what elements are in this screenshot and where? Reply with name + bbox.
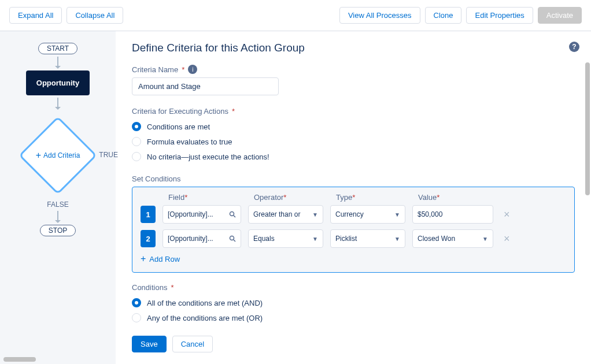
arrow-icon bbox=[57, 57, 58, 68]
criteria-diamond[interactable]: + Add Criteria TRUE bbox=[17, 115, 98, 196]
value-select[interactable]: Closed Won▼ bbox=[412, 229, 493, 248]
radio-no-criteria[interactable]: No criteria—just execute the actions! bbox=[132, 149, 575, 164]
criteria-name-input[interactable] bbox=[132, 77, 279, 95]
expand-all-button[interactable]: Expand All bbox=[9, 7, 62, 24]
toolbar: Expand All Collapse All View All Process… bbox=[0, 0, 591, 31]
conditions-box: Field* Operator* Type* Value* 1 [Opportu… bbox=[132, 187, 575, 273]
radio-conditions-met[interactable]: Conditions are met bbox=[132, 119, 575, 134]
value-input[interactable]: $50,000 bbox=[412, 205, 493, 224]
exec-criteria-label: Criteria for Executing Actions* bbox=[132, 107, 575, 116]
arrow-icon bbox=[57, 211, 58, 222]
help-icon[interactable]: ? bbox=[569, 42, 579, 52]
delete-row-button[interactable]: × bbox=[500, 209, 514, 221]
scrollbar-vertical[interactable] bbox=[585, 62, 590, 195]
field-lookup[interactable]: [Opportunity]... bbox=[162, 205, 241, 224]
set-conditions-label: Set Conditions bbox=[132, 174, 575, 183]
chevron-down-icon: ▼ bbox=[394, 211, 400, 218]
svg-point-2 bbox=[230, 236, 234, 240]
cancel-button[interactable]: Cancel bbox=[172, 336, 213, 352]
svg-line-3 bbox=[234, 240, 235, 242]
arrow-icon bbox=[57, 98, 58, 109]
svg-line-1 bbox=[234, 216, 235, 217]
add-criteria-label: Add Criteria bbox=[43, 151, 80, 159]
view-all-processes-button[interactable]: View All Processes bbox=[339, 7, 420, 24]
clone-button[interactable]: Clone bbox=[425, 7, 462, 24]
operator-select[interactable]: Greater than or▼ bbox=[248, 205, 323, 224]
start-node: START bbox=[38, 43, 77, 54]
radio-icon bbox=[132, 298, 141, 307]
main: START Opportunity + Add Criteria TRUE FA… bbox=[0, 31, 591, 364]
search-icon bbox=[229, 235, 236, 242]
collapse-all-button[interactable]: Collapse All bbox=[67, 7, 123, 24]
type-select[interactable]: Currency▼ bbox=[330, 205, 405, 224]
toolbar-right: View All Processes Clone Edit Properties… bbox=[339, 7, 582, 24]
type-select[interactable]: Picklist▼ bbox=[330, 229, 405, 248]
stop-node: STOP bbox=[40, 225, 76, 236]
activate-button: Activate bbox=[538, 7, 582, 24]
exec-radio-group: Conditions are met Formula evaluates to … bbox=[132, 119, 575, 164]
footer-buttons: Save Cancel bbox=[132, 336, 575, 352]
conditions-header: Field* Operator* Type* Value* bbox=[141, 193, 566, 202]
plus-icon: + bbox=[141, 254, 146, 264]
radio-icon bbox=[132, 137, 141, 146]
conditions-logic-label: Conditions* bbox=[132, 283, 575, 292]
radio-icon bbox=[132, 122, 141, 131]
scrollbar-horizontal[interactable] bbox=[3, 357, 36, 362]
conditions-logic-group: All of the conditions are met (AND) Any … bbox=[132, 295, 575, 325]
radio-icon bbox=[132, 313, 141, 322]
delete-row-button[interactable]: × bbox=[500, 233, 514, 245]
field-lookup[interactable]: [Opportunity]... bbox=[162, 229, 241, 248]
row-number: 1 bbox=[141, 206, 156, 223]
add-row-button[interactable]: + Add Row bbox=[141, 254, 566, 264]
criteria-panel: ? Define Criteria for this Action Group … bbox=[116, 31, 591, 364]
row-number: 2 bbox=[141, 230, 156, 247]
panel-title: Define Criteria for this Action Group bbox=[132, 42, 575, 54]
object-node[interactable]: Opportunity bbox=[26, 70, 90, 95]
toolbar-left: Expand All Collapse All bbox=[9, 7, 123, 24]
process-canvas: START Opportunity + Add Criteria TRUE FA… bbox=[0, 31, 116, 364]
radio-icon bbox=[132, 152, 141, 161]
search-icon bbox=[229, 211, 236, 218]
radio-formula[interactable]: Formula evaluates to true bbox=[132, 134, 575, 149]
save-button[interactable]: Save bbox=[132, 336, 167, 352]
svg-point-0 bbox=[230, 212, 234, 216]
chevron-down-icon: ▼ bbox=[312, 211, 318, 218]
condition-row: 1 [Opportunity]... Greater than or▼ Curr… bbox=[141, 205, 566, 224]
condition-row: 2 [Opportunity]... Equals▼ Picklist▼ Clo… bbox=[141, 229, 566, 248]
false-label: FALSE bbox=[47, 200, 68, 209]
plus-icon: + bbox=[36, 150, 41, 161]
radio-and[interactable]: All of the conditions are met (AND) bbox=[132, 295, 575, 310]
chevron-down-icon: ▼ bbox=[482, 236, 488, 242]
info-icon[interactable]: i bbox=[188, 65, 197, 74]
edit-properties-button[interactable]: Edit Properties bbox=[466, 7, 533, 24]
chevron-down-icon: ▼ bbox=[312, 236, 318, 242]
radio-or[interactable]: Any of the conditions are met (OR) bbox=[132, 310, 575, 325]
criteria-name-label: Criteria Name* i bbox=[132, 65, 575, 74]
chevron-down-icon: ▼ bbox=[394, 236, 400, 242]
operator-select[interactable]: Equals▼ bbox=[248, 229, 323, 248]
